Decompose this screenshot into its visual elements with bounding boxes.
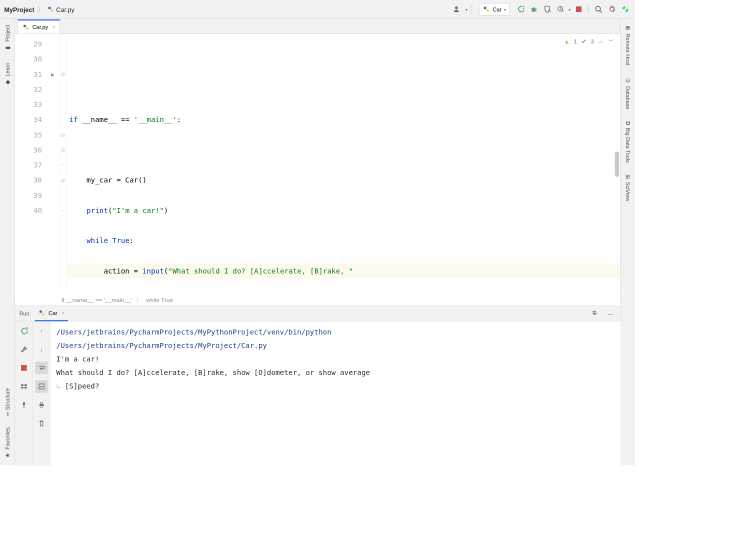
svg-marker-14 <box>562 10 564 12</box>
search-button[interactable] <box>593 4 604 15</box>
svg-line-17 <box>600 10 602 12</box>
close-icon[interactable]: × <box>52 24 56 30</box>
chevron-down-icon[interactable]: ▾ <box>568 7 570 12</box>
svg-marker-10 <box>550 10 551 12</box>
chevron-down-icon[interactable]: ▾ <box>466 7 468 12</box>
editor-tab-car[interactable]: Car.py × <box>18 20 60 34</box>
svg-point-16 <box>596 6 600 11</box>
soft-wrap-icon[interactable] <box>35 362 48 374</box>
chevron-down-icon[interactable]: ﹀ <box>608 38 614 45</box>
svg-rect-25 <box>24 384 26 386</box>
pin-icon[interactable] <box>18 398 30 411</box>
debug-button[interactable] <box>528 4 540 15</box>
code-area[interactable]: if __name__ == '__main__': my_car = Car(… <box>67 34 620 293</box>
fold-icon[interactable]: ⊟ <box>59 128 66 142</box>
layout-icon[interactable] <box>18 380 30 392</box>
fold-icon[interactable]: ⊟ <box>59 172 66 188</box>
svg-rect-3 <box>484 6 486 9</box>
up-icon[interactable]: ↑ <box>35 324 48 337</box>
stop-button[interactable] <box>574 4 584 15</box>
editor-tab-label: Car.py <box>32 24 48 30</box>
user-icon[interactable] <box>452 4 463 15</box>
run-button[interactable] <box>515 4 526 15</box>
scroll-to-end-icon[interactable] <box>35 380 48 392</box>
python-file-icon <box>47 6 54 13</box>
svg-rect-32 <box>40 406 42 407</box>
tool-tab-learn[interactable]: ◆ Learn <box>4 61 10 88</box>
svg-line-7 <box>535 8 536 10</box>
svg-rect-20 <box>40 310 42 313</box>
svg-line-6 <box>531 8 532 10</box>
breadcrumb-segment[interactable]: if __name__ == '__main__' <box>62 296 132 303</box>
svg-rect-0 <box>48 6 50 9</box>
run-label: Run: <box>20 310 31 317</box>
run-config-label: Car <box>492 6 502 12</box>
run-gutter-icon[interactable]: ▶ <box>51 67 54 82</box>
fold-column: ⊟ ⊟ ⊟ ⌐ ⊟ ⌐ <box>59 34 66 293</box>
tool-tab-structure[interactable]: ⦀ Structure <box>4 386 10 417</box>
run-tab-car[interactable]: Car × <box>35 306 68 321</box>
down-icon[interactable]: ↓ <box>35 343 48 356</box>
fold-icon[interactable]: ⊟ <box>59 142 66 158</box>
rerun-button[interactable] <box>18 324 30 337</box>
python-icon <box>38 309 46 316</box>
svg-line-8 <box>531 10 532 11</box>
tool-tab-database[interactable]: ⛁ Database <box>624 76 631 111</box>
console-output[interactable]: /Users/jetbrains/PycharmProjects/MyPytho… <box>50 322 620 466</box>
tool-tab-remote-host[interactable]: ⛃ Remote Host <box>624 23 631 67</box>
editor-tabs: Car.py × <box>15 19 620 34</box>
svg-rect-26 <box>21 387 24 388</box>
remote-icon: ⛃ <box>624 25 631 32</box>
breadcrumb-segment[interactable]: while True <box>146 296 173 303</box>
database-icon: ⛁ <box>624 77 631 84</box>
svg-rect-21 <box>42 313 44 316</box>
run-configuration-selector[interactable]: Car ▾ <box>479 3 510 16</box>
svg-rect-4 <box>486 9 489 12</box>
svg-rect-15 <box>576 6 582 12</box>
tool-tab-big-data[interactable]: D Big Data Tools <box>624 120 631 164</box>
breadcrumb-file-label: Car.py <box>56 6 74 12</box>
chevron-right-icon: 〉 <box>37 4 44 14</box>
stop-button[interactable] <box>18 362 30 374</box>
sciview-icon: ⊞ <box>624 174 631 179</box>
svg-rect-29 <box>39 384 44 389</box>
jetbrains-icon[interactable] <box>620 4 631 15</box>
gutter: 29 30 31▶ 32 33 34 35 36 37 38 39 40 <box>15 34 59 293</box>
learn-icon: ◆ <box>4 80 10 86</box>
python-file-icon <box>22 24 30 31</box>
fold-end-icon[interactable]: ⌐ <box>59 203 66 218</box>
svg-line-9 <box>535 10 536 11</box>
coverage-button[interactable] <box>542 4 553 15</box>
svg-rect-19 <box>26 27 28 30</box>
minimize-icon[interactable]: — <box>605 308 616 319</box>
profile-button[interactable] <box>555 4 566 15</box>
fold-icon[interactable]: ⊟ <box>59 67 66 82</box>
breadcrumb-file[interactable]: Car.py <box>47 6 74 13</box>
close-icon[interactable]: × <box>62 310 64 316</box>
svg-rect-18 <box>24 24 26 27</box>
svg-rect-1 <box>50 9 53 12</box>
scrollbar-thumb[interactable] <box>615 152 619 176</box>
run-tool-window: Run: Car × — <box>15 306 620 466</box>
star-icon: ★ <box>4 452 10 458</box>
breadcrumb-project[interactable]: MyProject <box>4 6 34 12</box>
warning-icon: ▲ <box>564 38 570 44</box>
print-icon[interactable] <box>35 398 48 411</box>
fold-end-icon[interactable]: ⌐ <box>59 158 66 172</box>
tool-tab-sciview[interactable]: ⊞ SciView <box>624 173 631 203</box>
editor[interactable]: 29 30 31▶ 32 33 34 35 36 37 38 39 40 ⊟ ⊟… <box>15 34 620 293</box>
check-icon: ✔ <box>582 38 586 44</box>
tool-tab-project[interactable]: ▮ Project <box>4 23 10 52</box>
breadcrumb: MyProject 〉 Car.py <box>4 4 74 14</box>
wrench-icon[interactable] <box>18 343 30 356</box>
trash-icon[interactable] <box>35 417 48 430</box>
folder-icon: ▮ <box>4 44 10 51</box>
settings-button[interactable] <box>606 4 618 15</box>
left-tool-bar: ▮ Project ◆ Learn ⦀ Structure ★ Favorite… <box>0 19 15 466</box>
inspection-widget[interactable]: ▲1 ✔3 ︿ ﹀ <box>564 38 614 45</box>
chevron-up-icon[interactable]: ︿ <box>598 38 604 45</box>
run-toolbar-primary <box>15 322 32 466</box>
tool-tab-favorites[interactable]: ★ Favorites <box>4 426 10 460</box>
gear-icon[interactable] <box>589 308 600 319</box>
svg-rect-31 <box>40 402 42 404</box>
